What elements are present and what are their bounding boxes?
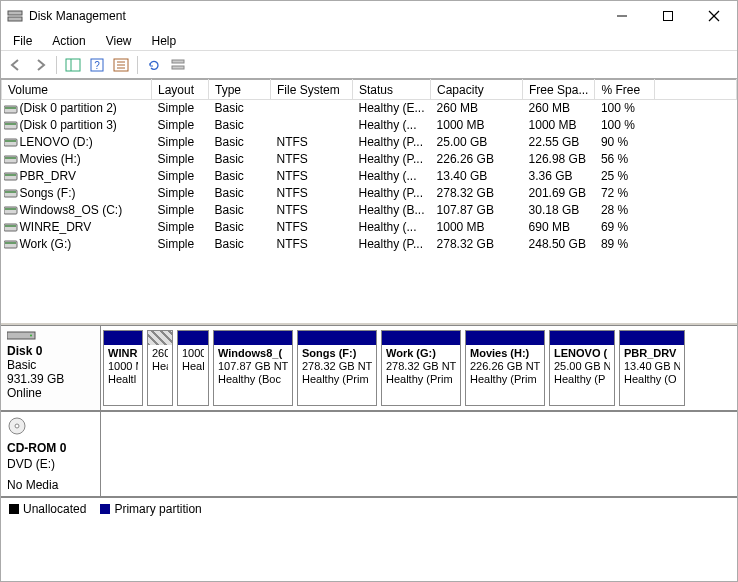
svg-rect-33 <box>5 242 16 244</box>
volume-status: Healthy (P... <box>353 134 431 151</box>
partition-stripe <box>214 331 292 345</box>
volume-fs: NTFS <box>271 185 353 202</box>
partition-label: WINRE1000 MHealtl <box>104 345 142 388</box>
back-button[interactable] <box>5 54 27 76</box>
disk-row-disk0[interactable]: Disk 0 Basic 931.39 GB Online WINRE1000 … <box>1 325 737 411</box>
partition[interactable]: Windows8_(107.87 GB NTHealthy (Boc <box>213 330 293 406</box>
volume-free: 201.69 GB <box>523 185 595 202</box>
partition-label: Songs (F:)278.32 GB NTFHealthy (Prim <box>298 345 376 388</box>
volume-type: Basic <box>209 185 271 202</box>
table-row[interactable]: (Disk 0 partition 3)SimpleBasicHealthy (… <box>2 117 737 134</box>
volume-name: WINRE_DRV <box>20 220 92 234</box>
legend: Unallocated Primary partition <box>1 497 737 520</box>
table-row[interactable]: LENOVO (D:)SimpleBasicNTFSHealthy (P...2… <box>2 134 737 151</box>
disk-panel: Disk 0 Basic 931.39 GB Online WINRE1000 … <box>1 323 737 520</box>
table-row[interactable]: Movies (H:)SimpleBasicNTFSHealthy (P...2… <box>2 151 737 168</box>
volume-free: 3.36 GB <box>523 168 595 185</box>
disk-row-cdrom[interactable]: CD-ROM 0 DVD (E:) No Media <box>1 411 737 497</box>
minimize-button[interactable] <box>599 1 645 31</box>
volume-capacity: 1000 MB <box>431 117 523 134</box>
table-header-row: Volume Layout Type File System Status Ca… <box>2 80 737 100</box>
menu-view[interactable]: View <box>96 32 142 50</box>
volume-type: Basic <box>209 151 271 168</box>
partition[interactable]: Movies (H:)226.26 GB NTFHealthy (Prim <box>465 330 545 406</box>
partition-stripe <box>382 331 460 345</box>
partition-label: 260 MHeali <box>148 345 172 375</box>
partition[interactable]: 1000 MHealtl <box>177 330 209 406</box>
svg-rect-1 <box>8 17 22 21</box>
table-row[interactable]: Songs (F:)SimpleBasicNTFSHealthy (P...27… <box>2 185 737 202</box>
refresh-button[interactable] <box>143 54 165 76</box>
volume-capacity: 1000 MB <box>431 219 523 236</box>
partition-label: Work (G:)278.32 GB NTFHealthy (Prim <box>382 345 460 388</box>
help-button[interactable]: ? <box>86 54 108 76</box>
volume-capacity: 107.87 GB <box>431 202 523 219</box>
show-hide-tree-button[interactable] <box>62 54 84 76</box>
partition[interactable]: Songs (F:)278.32 GB NTFHealthy (Prim <box>297 330 377 406</box>
volume-pct: 28 % <box>595 202 655 219</box>
volume-icon <box>4 154 18 165</box>
forward-button[interactable] <box>29 54 51 76</box>
col-free[interactable]: Free Spa... <box>523 80 595 100</box>
partition[interactable]: PBR_DRV13.40 GB NHealthy (O <box>619 330 685 406</box>
table-row[interactable]: Windows8_OS (C:)SimpleBasicNTFSHealthy (… <box>2 202 737 219</box>
maximize-button[interactable] <box>645 1 691 31</box>
partition[interactable]: 260 MHeali <box>147 330 173 406</box>
menu-help[interactable]: Help <box>142 32 187 50</box>
table-row[interactable]: (Disk 0 partition 2)SimpleBasicHealthy (… <box>2 100 737 117</box>
col-layout[interactable]: Layout <box>152 80 209 100</box>
partition[interactable]: WINRE1000 MHealtl <box>103 330 143 406</box>
volume-free: 1000 MB <box>523 117 595 134</box>
app-icon <box>7 8 23 24</box>
volume-type: Basic <box>209 202 271 219</box>
svg-rect-19 <box>5 123 16 125</box>
col-fs[interactable]: File System <box>271 80 353 100</box>
settings-button[interactable] <box>110 54 132 76</box>
table-row[interactable]: PBR_DRVSimpleBasicNTFSHealthy (...13.40 … <box>2 168 737 185</box>
volume-status: Healthy (E... <box>353 100 431 117</box>
partition[interactable]: Work (G:)278.32 GB NTFHealthy (Prim <box>381 330 461 406</box>
window-controls <box>599 1 737 31</box>
volume-table[interactable]: Volume Layout Type File System Status Ca… <box>1 79 737 253</box>
volume-status: Healthy (... <box>353 168 431 185</box>
disk-icon <box>7 330 39 340</box>
col-volume[interactable]: Volume <box>2 80 152 100</box>
volume-free: 248.50 GB <box>523 236 595 253</box>
volume-fs: NTFS <box>271 202 353 219</box>
cdrom-name: CD-ROM 0 <box>7 441 94 455</box>
table-row[interactable]: WINRE_DRVSimpleBasicNTFSHealthy (...1000… <box>2 219 737 236</box>
volume-free: 30.18 GB <box>523 202 595 219</box>
volume-type: Basic <box>209 117 271 134</box>
volume-layout: Simple <box>152 236 209 253</box>
svg-point-35 <box>30 334 32 336</box>
volume-layout: Simple <box>152 202 209 219</box>
partition[interactable]: LENOVO (25.00 GB NHealthy (P <box>549 330 615 406</box>
table-row[interactable]: Work (G:)SimpleBasicNTFSHealthy (P...278… <box>2 236 737 253</box>
partition-stripe <box>178 331 208 345</box>
volume-icon <box>4 171 18 182</box>
cdrom-icon <box>7 416 94 439</box>
menu-action[interactable]: Action <box>42 32 95 50</box>
cdrom-label: CD-ROM 0 DVD (E:) No Media <box>1 412 101 496</box>
close-button[interactable] <box>691 1 737 31</box>
col-type[interactable]: Type <box>209 80 271 100</box>
partition-label: LENOVO (25.00 GB NHealthy (P <box>550 345 614 388</box>
col-pct[interactable]: % Free <box>595 80 655 100</box>
volume-fs: NTFS <box>271 236 353 253</box>
legend-unallocated: Unallocated <box>9 502 86 516</box>
volume-type: Basic <box>209 236 271 253</box>
svg-rect-29 <box>5 208 16 210</box>
list-view-button[interactable] <box>167 54 189 76</box>
menu-file[interactable]: File <box>3 32 42 50</box>
col-status[interactable]: Status <box>353 80 431 100</box>
col-capacity[interactable]: Capacity <box>431 80 523 100</box>
volume-layout: Simple <box>152 185 209 202</box>
svg-rect-14 <box>172 60 184 63</box>
svg-rect-27 <box>5 191 16 193</box>
volume-type: Basic <box>209 134 271 151</box>
svg-rect-6 <box>66 59 80 71</box>
volume-name: Windows8_OS (C:) <box>20 203 123 217</box>
volume-capacity: 260 MB <box>431 100 523 117</box>
disk-name: Disk 0 <box>7 344 94 358</box>
volume-icon <box>4 205 18 216</box>
